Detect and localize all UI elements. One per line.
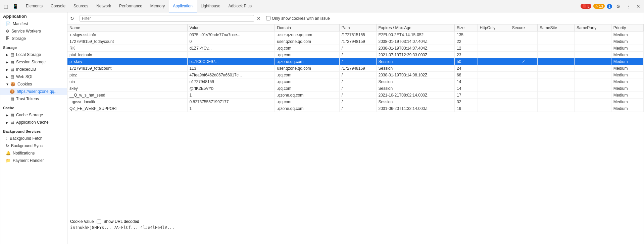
col-header-domain[interactable]: Domain bbox=[275, 24, 339, 32]
sidebar-item-bg-sync[interactable]: ↻ Background Sync bbox=[0, 142, 67, 149]
table-row[interactable]: RKd1Z7l-YCv....qq.com/2038-01-19T03:14:0… bbox=[67, 45, 644, 52]
tab-lighthouse[interactable]: Lighthouse bbox=[197, 0, 225, 12]
show-url-decoded-checkbox[interactable] bbox=[97, 220, 101, 224]
filter-input[interactable] bbox=[82, 16, 252, 21]
col-header-secure[interactable]: Secure bbox=[510, 24, 537, 32]
cookie-value-header: Cookie Value Show URL decoded bbox=[70, 219, 641, 224]
device-icon[interactable]: 📱 bbox=[11, 2, 19, 10]
col-header-path[interactable]: Path bbox=[339, 24, 376, 32]
col-header-priority[interactable]: Priority bbox=[611, 24, 643, 32]
cache-storage-icon: ▤ bbox=[10, 113, 14, 117]
sidebar-item-payment-handler[interactable]: 📁 Payment Handler bbox=[0, 157, 67, 164]
col-header-value[interactable]: Value bbox=[187, 24, 275, 32]
table-row[interactable]: 1727948159_todaycount0user.qzone.qq.com/… bbox=[67, 38, 644, 45]
sidebar-section-storage-header: Storage bbox=[0, 44, 67, 51]
cell-col-value: 47fea9bf6462d867a66017c... bbox=[187, 72, 275, 78]
cell-col-path: / bbox=[339, 52, 376, 58]
table-row[interactable]: skey@rfK2E5VYb.qq.com/Session14Medium bbox=[67, 85, 644, 92]
sidebar-item-cookie-url[interactable]: 🍪 https://user.qzone.qq... bbox=[0, 88, 67, 95]
more-icon[interactable]: ⋮ bbox=[624, 2, 632, 10]
sidebar-item-service-workers[interactable]: ⚙ Service Workers bbox=[0, 27, 67, 35]
cell-col-sameparty bbox=[574, 52, 611, 58]
cell-col-httponly bbox=[478, 72, 510, 78]
close-icon[interactable]: ✕ bbox=[634, 2, 642, 10]
cookie-value-label: Cookie Value bbox=[70, 219, 94, 224]
tab-elements[interactable]: Elements bbox=[22, 0, 47, 12]
col-header-name[interactable]: Name bbox=[67, 24, 187, 32]
table-row[interactable]: QZ_FE_WEBP_SUPPORT1.qzone.qq.com/2031-06… bbox=[67, 105, 644, 112]
sidebar-item-web-sql[interactable]: ▶ ▤ Web SQL bbox=[0, 73, 67, 80]
cell-col-name: skey bbox=[67, 85, 187, 92]
sidebar-section-application: Application bbox=[0, 12, 67, 20]
cell-col-path: / bbox=[339, 85, 376, 92]
cell-col-domain: .qzone.qq.com bbox=[275, 58, 339, 65]
expand-icon: ▶ bbox=[6, 75, 10, 79]
tab-performance[interactable]: Performance bbox=[115, 0, 146, 12]
refresh-button[interactable]: ↻ bbox=[70, 16, 74, 21]
tab-application[interactable]: Application bbox=[169, 0, 197, 12]
sidebar-item-storage-top[interactable]: 🗄 Storage bbox=[0, 35, 67, 42]
tab-adblock[interactable]: Adblock Plus bbox=[225, 0, 256, 12]
cell-col-name: __Q_w_s_hat_seed bbox=[67, 92, 187, 99]
sidebar-item-trust-tokens[interactable]: ▤ Trust Tokens bbox=[0, 95, 67, 103]
sidebar-item-session-storage[interactable]: ▶ ▤ Session Storage bbox=[0, 58, 67, 66]
table-row[interactable]: p_skeyb...1C0CDF97....qzone.qq.com/Sessi… bbox=[67, 58, 644, 65]
cell-col-domain: .qzone.qq.com bbox=[275, 92, 339, 99]
sidebar-item-local-storage[interactable]: ▶ ▤ Local Storage bbox=[0, 51, 67, 58]
settings-icon[interactable]: ⚙ bbox=[614, 2, 622, 10]
tab-network[interactable]: Network bbox=[92, 0, 115, 12]
cell-col-expires: 2038-01-19T03:14:07.404Z bbox=[376, 45, 454, 52]
error-badge[interactable]: 🔴 5 bbox=[581, 4, 591, 9]
cell-col-path: /1727948159 bbox=[339, 65, 376, 72]
cell-col-domain: .qzone.qq.com bbox=[275, 105, 339, 112]
col-header-httponly[interactable]: HttpOnly bbox=[478, 24, 510, 32]
cell-col-size: 50 bbox=[454, 58, 478, 65]
table-row[interactable]: uino1727948159.qq.com/Session14Medium bbox=[67, 78, 644, 85]
cell-col-secure bbox=[510, 99, 537, 105]
sidebar-section-bg-header: Background Services bbox=[0, 127, 67, 135]
table-row[interactable]: __Q_w_s_hat_seed1.qzone.qq.com/2021-10-2… bbox=[67, 92, 644, 99]
expand-icon: ▶ bbox=[6, 113, 10, 117]
tab-memory[interactable]: Memory bbox=[146, 0, 169, 12]
warning-badge[interactable]: ⚠ 13 bbox=[593, 4, 605, 9]
filter-clear-button[interactable]: ✕ bbox=[257, 16, 261, 21]
col-header-size[interactable]: Size bbox=[454, 24, 478, 32]
sidebar-item-application-cache[interactable]: ▶ ▤ Application Cache bbox=[0, 119, 67, 126]
sidebar-item-cookies[interactable]: ▼ 🍪 Cookies bbox=[0, 80, 67, 88]
cell-col-expires: 2021-10-21T08:02:14.000Z bbox=[376, 92, 454, 99]
cell-col-name: _qpsvr_localtk bbox=[67, 99, 187, 105]
sidebar-item-indexeddb[interactable]: ▶ ▤ IndexedDB bbox=[0, 66, 67, 73]
inspect-icon[interactable]: ⬚ bbox=[2, 2, 10, 10]
table-row[interactable]: 1727948159_totalcount113user.qzone.qq.co… bbox=[67, 65, 644, 72]
sidebar-item-cache-storage[interactable]: ▶ ▤ Cache Storage bbox=[0, 111, 67, 119]
sidebar-item-bg-fetch[interactable]: ↕ Background Fetch bbox=[0, 135, 67, 142]
table-row[interactable]: ptcz47fea9bf6462d867a66017c....qq.com/20… bbox=[67, 72, 644, 78]
cell-col-priority: Medium bbox=[611, 105, 643, 112]
col-header-sameparty[interactable]: SameParty bbox=[574, 24, 611, 32]
storage-top-icon: 🗄 bbox=[6, 36, 10, 41]
col-header-samesite[interactable]: SameSite bbox=[538, 24, 575, 32]
sidebar-item-notifications[interactable]: 🔔 Notifications bbox=[0, 149, 67, 157]
manifest-icon: 📄 bbox=[6, 21, 11, 26]
cell-col-expires: Session bbox=[376, 78, 454, 85]
sidebar-item-manifest[interactable]: 📄 Manifest bbox=[0, 20, 67, 27]
cell-col-sameparty bbox=[574, 99, 611, 105]
table-row[interactable]: _qpsvr_localtk0.8273755571997177.qq.com/… bbox=[67, 99, 644, 105]
cell-col-value: 0 bbox=[187, 38, 275, 45]
table-row[interactable]: ptui_loginuin.qq.com/2021-07-19T12:39:33… bbox=[67, 52, 644, 58]
table-row[interactable]: x-skgw-ssi-info0375tc01s70nde77na7oce...… bbox=[67, 32, 644, 38]
tab-console[interactable]: Console bbox=[47, 0, 69, 12]
cell-col-domain: .user.qzone.qq.com bbox=[275, 32, 339, 38]
local-storage-icon: ▤ bbox=[10, 52, 14, 57]
service-workers-icon: ⚙ bbox=[6, 29, 9, 34]
col-header-expires[interactable]: Expires / Max-Age bbox=[376, 24, 454, 32]
cell-col-name: uin bbox=[67, 78, 187, 85]
tab-sources[interactable]: Sources bbox=[69, 0, 92, 12]
cell-col-secure bbox=[510, 65, 537, 72]
info-badge[interactable]: 1 bbox=[607, 4, 612, 9]
notifications-icon: 🔔 bbox=[6, 151, 11, 156]
cell-col-value: 1 bbox=[187, 92, 275, 99]
filter-issues-checkbox[interactable] bbox=[266, 16, 270, 20]
cell-col-sameparty bbox=[574, 65, 611, 72]
cell-col-size: 14 bbox=[454, 85, 478, 92]
